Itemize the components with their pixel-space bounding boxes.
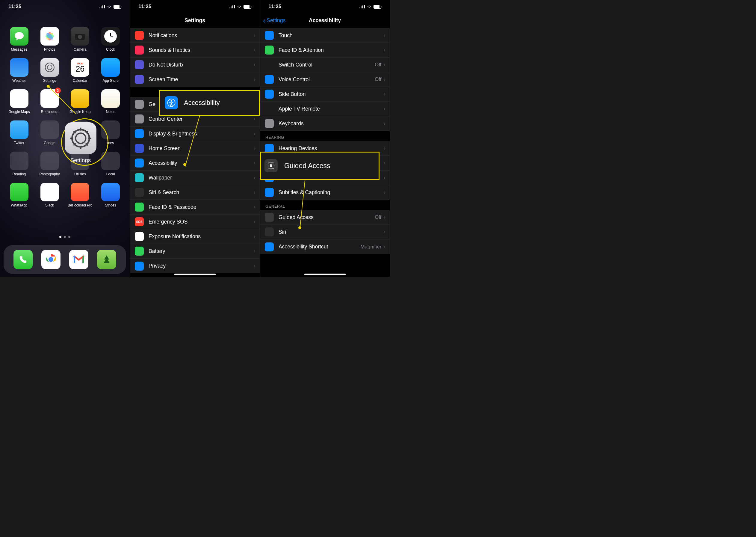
row-guided-access[interactable]: Guided AccessOff› bbox=[260, 210, 390, 225]
svg-point-27 bbox=[171, 100, 172, 102]
callout-label: Settings bbox=[70, 157, 91, 164]
row-accessibility[interactable]: Accessibility› bbox=[130, 156, 260, 171]
chevron-right-icon: › bbox=[254, 131, 255, 137]
dock-phone[interactable] bbox=[14, 250, 33, 269]
row-label: Exposure Notifications bbox=[149, 233, 254, 240]
row-emergency-sos[interactable]: SOSEmergency SOS› bbox=[130, 215, 260, 229]
row-privacy[interactable]: Privacy› bbox=[130, 259, 260, 273]
row-switch-control[interactable]: Switch ControlOff› bbox=[260, 58, 390, 72]
row-icon bbox=[265, 188, 274, 197]
row-screen-time[interactable]: Screen Time› bbox=[130, 72, 260, 87]
callout-label: Guided Access bbox=[284, 162, 379, 170]
row-exposure-notifications[interactable]: Exposure Notifications› bbox=[130, 229, 260, 244]
row-siri[interactable]: Siri› bbox=[260, 225, 390, 239]
row-label: Home Screen bbox=[149, 145, 254, 152]
app-strides[interactable]: Strides bbox=[97, 183, 124, 207]
row-voice-control[interactable]: Voice ControlOff› bbox=[260, 72, 390, 87]
row-value: Off bbox=[375, 214, 381, 220]
app-photos[interactable]: Photos bbox=[37, 27, 63, 52]
row-siri-search[interactable]: Siri & Search› bbox=[130, 185, 260, 200]
app-slack[interactable]: Slack bbox=[37, 183, 63, 207]
row-subtitles-captioning[interactable]: Subtitles & Captioning› bbox=[260, 185, 390, 200]
app-camera[interactable]: Camera bbox=[67, 27, 94, 52]
row-face-id-passcode[interactable]: Face ID & Passcode› bbox=[130, 200, 260, 215]
home-indicator[interactable] bbox=[304, 273, 346, 275]
row-label: Wallpaper bbox=[149, 175, 254, 181]
app-google-keep[interactable]: Google Keep bbox=[67, 89, 94, 114]
row-battery[interactable]: Battery› bbox=[130, 244, 260, 259]
row-wallpaper[interactable]: Wallpaper› bbox=[130, 171, 260, 185]
badge: 2 bbox=[55, 88, 61, 94]
settings-list[interactable]: Notifications›Sounds & Haptics›Do Not Di… bbox=[130, 28, 260, 277]
row-icon bbox=[135, 158, 144, 168]
app-twitter[interactable]: Twitter bbox=[6, 120, 32, 145]
app-label: Google bbox=[44, 141, 56, 145]
row-label: Keyboards bbox=[279, 120, 384, 127]
callout-guided-access[interactable]: Guided Access bbox=[260, 152, 380, 180]
status-icons bbox=[359, 5, 381, 9]
row-do-not-disturb[interactable]: Do Not Disturb› bbox=[130, 58, 260, 72]
app-icon bbox=[10, 89, 28, 108]
row-display-brightness[interactable]: Display & Brightness› bbox=[130, 126, 260, 141]
dock-forest[interactable] bbox=[97, 250, 116, 269]
app-grid: MessagesPhotosCameraClockWeatherSettings… bbox=[0, 13, 130, 207]
callout-settings-app[interactable]: Settings bbox=[65, 122, 96, 164]
app-label: Settings bbox=[43, 78, 56, 83]
chevron-right-icon: › bbox=[384, 189, 386, 195]
app-befocused-pro[interactable]: BeFocused Pro bbox=[67, 183, 94, 207]
row-icon bbox=[265, 75, 274, 84]
dock-chrome[interactable] bbox=[41, 250, 60, 269]
app-app-store[interactable]: App Store bbox=[97, 58, 124, 83]
row-notifications[interactable]: Notifications› bbox=[130, 28, 260, 43]
row-home-screen[interactable]: Home Screen› bbox=[130, 141, 260, 156]
app-google[interactable]: Google bbox=[37, 120, 63, 145]
callout-accessibility[interactable]: Accessibility bbox=[159, 90, 260, 116]
home-indicator[interactable] bbox=[174, 273, 216, 275]
row-label: Subtitles & Captioning bbox=[279, 189, 384, 196]
app-label: Strides bbox=[105, 203, 116, 207]
row-accessibility-shortcut[interactable]: Accessibility ShortcutMagnifier› bbox=[260, 239, 390, 254]
app-reminders[interactable]: 2Reminders bbox=[37, 89, 63, 114]
row-sounds-haptics[interactable]: Sounds & Haptics› bbox=[130, 43, 260, 58]
app-settings[interactable]: Settings bbox=[37, 58, 63, 83]
row-icon bbox=[135, 75, 144, 84]
chevron-right-icon: › bbox=[254, 62, 255, 68]
nav-header: Settings bbox=[130, 13, 260, 28]
app-label: Messages bbox=[11, 47, 27, 52]
app-label: Reading bbox=[13, 172, 26, 176]
page-indicator[interactable] bbox=[0, 236, 130, 238]
svg-point-11 bbox=[47, 65, 52, 70]
nav-title: Accessibility bbox=[309, 18, 341, 24]
status-bar: 11:25 bbox=[260, 0, 390, 13]
row-keyboards[interactable]: Keyboards› bbox=[260, 116, 390, 131]
dock-gmail[interactable] bbox=[69, 250, 88, 269]
app-notes[interactable]: Notes bbox=[97, 89, 124, 114]
row-apple-tv-remote[interactable]: Apple TV Remote› bbox=[260, 102, 390, 116]
row-icon bbox=[135, 232, 144, 241]
row-face-id-attention[interactable]: Face ID & Attention› bbox=[260, 43, 390, 58]
row-side-button[interactable]: Side Button› bbox=[260, 87, 390, 102]
status-time: 11:25 bbox=[138, 4, 151, 10]
nav-title: Settings bbox=[184, 18, 205, 24]
app-weather[interactable]: Weather bbox=[6, 58, 32, 83]
app-icon bbox=[40, 152, 59, 170]
row-label: Sounds & Haptics bbox=[149, 47, 254, 53]
app-whatsapp[interactable]: WhatsApp bbox=[6, 183, 32, 207]
app-google-maps[interactable]: Google Maps bbox=[6, 89, 32, 114]
chevron-right-icon: › bbox=[384, 47, 386, 53]
row-icon bbox=[135, 31, 144, 40]
back-button[interactable]: ‹ Settings bbox=[263, 17, 285, 24]
app-calendar[interactable]: MON26Calendar bbox=[67, 58, 94, 83]
app-clock[interactable]: Clock bbox=[97, 27, 124, 52]
app-label: Camera bbox=[74, 47, 87, 52]
row-icon bbox=[265, 104, 274, 113]
app-label: Weather bbox=[12, 78, 26, 83]
app-label: Twitter bbox=[14, 141, 24, 145]
cellular-icon bbox=[99, 5, 105, 8]
row-touch[interactable]: Touch› bbox=[260, 28, 390, 43]
row-icon bbox=[265, 227, 274, 236]
chevron-right-icon: › bbox=[254, 32, 255, 38]
app-messages[interactable]: Messages bbox=[6, 27, 32, 52]
app-photography[interactable]: Photography bbox=[37, 152, 63, 176]
app-reading[interactable]: Reading bbox=[6, 152, 32, 176]
